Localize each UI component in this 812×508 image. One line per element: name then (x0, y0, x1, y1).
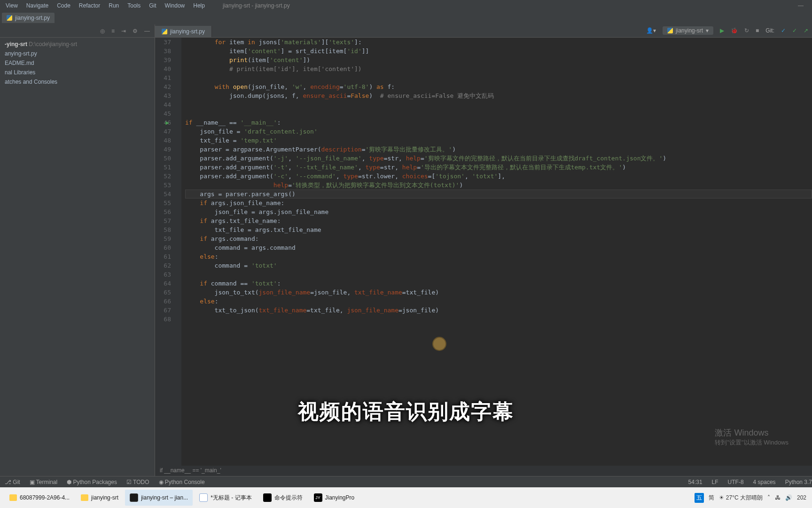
toolwin-pyconsole[interactable]: ◉ Python Console (159, 479, 205, 485)
breadcrumb: if __name__ == '_main_' (155, 466, 812, 476)
task-item[interactable]: 68087999-2A96-4... (5, 490, 74, 506)
git-label: Git: (765, 27, 774, 34)
debug-icon[interactable]: 🐞 (731, 27, 738, 34)
run-icon[interactable]: ▶ (720, 27, 724, 34)
tray-year: 202 (797, 494, 806, 501)
cursor-highlight (433, 338, 445, 350)
window-title: jianying-srt - jianying-srt.py (219, 1, 294, 10)
menu-navigate[interactable]: Navigate (23, 1, 52, 10)
editor-tab-label: jianying-srt.py (170, 28, 205, 35)
open-file-tab[interactable]: jianying-srt.py (2, 13, 55, 23)
line-gutter: 37383940414243444546▶4748495051525354555… (155, 38, 181, 466)
locate-icon[interactable]: ◎ (100, 28, 105, 34)
project-sidebar: ◎ ≡ ⇥ ⚙ — -ying-srt D:\code\jianying-srt… (0, 24, 155, 476)
task-item[interactable]: jianying-srt – jian... (125, 490, 193, 506)
toolwin-terminal[interactable]: ▣ Terminal (30, 479, 57, 485)
python-file-icon (7, 15, 12, 21)
tree-item[interactable]: atches and Consoles (5, 77, 150, 87)
task-item[interactable]: *无标题 - 记事本 (195, 490, 256, 506)
menu-tools[interactable]: Tools (124, 1, 144, 10)
collapse-icon[interactable]: ⇥ (121, 28, 126, 34)
chevron-down-icon: ▾ (706, 27, 709, 34)
weather-widget[interactable]: ☀ 27°C 大部晴朗 (719, 494, 763, 502)
ime-lang[interactable]: 简 (709, 494, 714, 502)
jianying-icon: JY (314, 493, 322, 502)
git-push-icon[interactable]: ✓ (792, 27, 797, 34)
status-interpreter[interactable]: Python 3.7 (785, 479, 812, 485)
menu-help[interactable]: Help (189, 1, 209, 10)
windows-activation-watermark: 激活 Windows 转到"设置"以激活 Windows (715, 427, 789, 447)
python-file-icon (162, 29, 167, 34)
toolwin-todo[interactable]: ☑ TODO (126, 479, 149, 485)
chevron-up-icon[interactable]: ˄ (767, 494, 770, 501)
menu-run[interactable]: Run (105, 1, 123, 10)
volume-icon[interactable]: 🔊 (785, 494, 792, 501)
folder-icon (81, 494, 88, 501)
status-enc[interactable]: UTF-8 (728, 479, 744, 485)
task-item[interactable]: jianying-srt (76, 490, 123, 506)
task-item[interactable]: 命令提示符 (258, 490, 307, 506)
menu-view[interactable]: View (2, 1, 22, 10)
folder-icon (9, 494, 17, 501)
project-root-path: D:\code\jianying-srt (29, 41, 77, 48)
system-tray[interactable]: 五 简 ☀ 27°C 大部晴朗 ˄ 🖧 🔊 202 (695, 493, 812, 503)
hide-icon[interactable]: — (144, 28, 150, 34)
toolwin-pypkg[interactable]: ⬢ Python Packages (67, 479, 117, 485)
project-tab-bar: jianying-srt.py (0, 11, 812, 24)
taskbar: 68087999-2A96-4... jianying-srt jianying… (0, 487, 812, 508)
pycharm-icon (130, 493, 138, 502)
git-pull-icon[interactable]: ✓ (781, 27, 786, 34)
task-item[interactable]: JYJianyingPro (309, 490, 359, 506)
menu-git[interactable]: Git (145, 1, 160, 10)
editor-tab[interactable]: jianying-srt.py (155, 26, 212, 37)
network-icon[interactable]: 🖧 (775, 494, 781, 501)
rerun-icon[interactable]: ↻ (744, 27, 749, 34)
menu-code[interactable]: Code (53, 1, 74, 10)
stop-icon[interactable]: ■ (756, 27, 759, 34)
run-config-label: jianying-srt (676, 27, 703, 34)
users-icon[interactable]: 👤▾ (646, 27, 656, 34)
video-caption: 视频的语音识别成字幕 (298, 398, 514, 426)
expand-icon[interactable]: ≡ (111, 28, 115, 34)
tool-window-bar: ⎇ Git ▣ Terminal ⬢ Python Packages ☑ TOD… (0, 476, 812, 487)
ime-indicator[interactable]: 五 (695, 493, 704, 503)
tree-item[interactable]: nal Libraries (5, 68, 150, 77)
menu-refactor[interactable]: Refactor (75, 1, 104, 10)
cmd-icon (263, 493, 272, 502)
status-indent[interactable]: 4 spaces (753, 479, 776, 485)
status-sep[interactable]: LF (712, 479, 718, 485)
project-root[interactable]: -ying-srt D:\code\jianying-srt (5, 40, 150, 49)
minimize-icon[interactable]: — (794, 1, 807, 10)
python-file-icon (667, 28, 673, 33)
tree-item[interactable]: anying-srt.py (5, 49, 150, 58)
run-config-dropdown[interactable]: jianying-srt ▾ (663, 26, 713, 35)
notepad-icon (199, 493, 208, 502)
menubar: View Navigate Code Refactor Run Tools Gi… (0, 0, 812, 11)
status-pos: 54:31 (688, 479, 703, 485)
project-root-label: -ying-srt (5, 41, 27, 48)
git-update-icon[interactable]: ↗ (804, 27, 808, 34)
open-file-label: jianying-srt.py (15, 15, 50, 21)
menu-window[interactable]: Window (161, 1, 189, 10)
toolbar-right: 👤▾ jianying-srt ▾ ▶ 🐞 ↻ ■ Git: ✓ ✓ ↗ (646, 26, 808, 35)
settings-icon[interactable]: ⚙ (133, 28, 138, 34)
toolwin-git[interactable]: ⎇ Git (5, 479, 20, 485)
tree-item[interactable]: EADME.md (5, 58, 150, 68)
